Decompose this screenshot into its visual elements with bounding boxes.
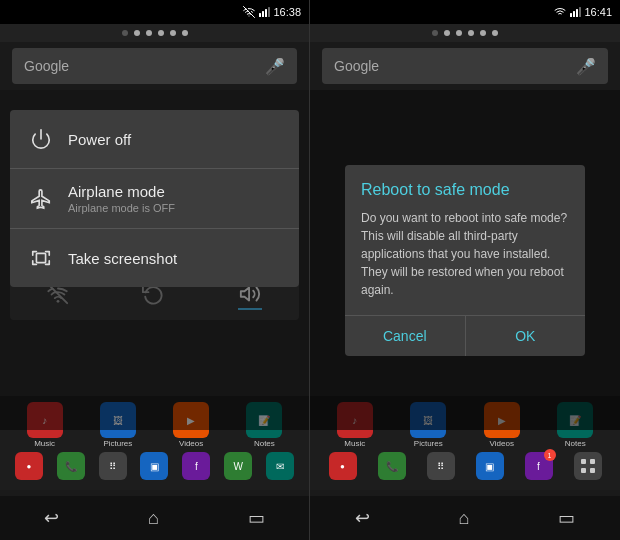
screenshot-item[interactable]: Take screenshot [10,229,299,287]
search-bar-right[interactable]: Google 🎤 [322,48,608,84]
app-row-left-2: ● 📞 ⠿ ▣ f W ✉ [8,452,301,480]
home-button-left[interactable]: ⌂ [148,508,159,529]
r-app-small-3[interactable]: ⠿ [427,452,455,480]
svg-rect-2 [265,9,267,17]
r-dot-3 [456,30,462,36]
notification-dots-right [310,24,620,42]
cancel-button[interactable]: Cancel [345,316,466,356]
app-small-6[interactable]: W [224,452,252,480]
svg-rect-0 [259,13,261,17]
airplane-icon [26,184,56,214]
dialog-box: Reboot to safe mode Do you want to reboo… [345,165,585,356]
dot-3 [146,30,152,36]
svg-rect-1 [262,11,264,17]
svg-rect-9 [570,13,572,17]
r-dot-6 [492,30,498,36]
power-menu: Power off Airplane mode Airplane mode is… [10,110,299,287]
status-icons-left: 16:38 [243,6,301,18]
back-button-right[interactable]: ↩ [355,507,370,529]
mic-icon-left: 🎤 [265,57,285,76]
screenshot-icon [26,243,56,273]
r-app-small-4[interactable]: ▣ [476,452,504,480]
notification-dots-left [0,24,309,42]
r-dot-4 [468,30,474,36]
power-off-item[interactable]: Power off [10,110,299,169]
app-small-3[interactable]: ⠿ [99,452,127,480]
svg-rect-10 [573,11,575,17]
airplane-label: Airplane mode Airplane mode is OFF [68,183,283,214]
dot-2 [134,30,140,36]
svg-rect-12 [579,7,581,17]
dialog-overlay: Reboot to safe mode Do you want to reboo… [310,90,620,430]
status-icons-right: 16:41 [554,6,612,18]
status-bar-right: 16:41 [310,0,620,24]
recents-button-right[interactable]: ▭ [558,507,575,529]
svg-rect-3 [268,7,270,17]
r-app-small-6[interactable] [574,452,602,480]
dot-1 [122,30,128,36]
nav-bar-left: ↩ ⌂ ▭ [0,496,309,540]
airplane-mode-item[interactable]: Airplane mode Airplane mode is OFF [10,169,299,229]
time-left: 16:38 [273,6,301,18]
r-dot-5 [480,30,486,36]
svg-rect-16 [590,468,595,473]
mic-icon-right: 🎤 [576,57,596,76]
status-bar-left: 16:38 [0,0,309,24]
search-bar-left[interactable]: Google 🎤 [12,48,297,84]
dot-4 [158,30,164,36]
r-app-small-1[interactable]: ● [329,452,357,480]
right-screen: 16:41 Google 🎤 Reboot to safe mode Do yo… [310,0,620,540]
svg-rect-11 [576,9,578,17]
app-small-7[interactable]: ✉ [266,452,294,480]
svg-rect-14 [590,459,595,464]
screenshot-label: Take screenshot [68,250,283,267]
r-app-small-2[interactable]: 📞 [378,452,406,480]
wallpaper-left: Power off Airplane mode Airplane mode is… [0,90,309,430]
ok-button[interactable]: OK [466,316,586,356]
r-dot-2 [444,30,450,36]
svg-rect-5 [36,253,45,262]
dot-6 [182,30,188,36]
r-app-small-5[interactable]: f 1 [525,452,553,480]
time-right: 16:41 [584,6,612,18]
wallpaper-right: Reboot to safe mode Do you want to reboo… [310,90,620,430]
app-small-5[interactable]: f [182,452,210,480]
app-small-2[interactable]: 📞 [57,452,85,480]
nav-bar-right: ↩ ⌂ ▭ [310,496,620,540]
app-row-right-2: ● 📞 ⠿ ▣ f 1 [318,452,612,480]
app-small-4[interactable]: ▣ [140,452,168,480]
home-button-right[interactable]: ⌂ [459,508,470,529]
dialog-title: Reboot to safe mode [345,165,585,209]
dot-5 [170,30,176,36]
back-button-left[interactable]: ↩ [44,507,59,529]
search-text-left: Google [24,58,69,74]
svg-rect-15 [581,468,586,473]
power-icon [26,124,56,154]
svg-rect-13 [581,459,586,464]
dialog-buttons: Cancel OK [345,315,585,356]
app-small-1[interactable]: ● [15,452,43,480]
dialog-body: Do you want to reboot into safe mode? Th… [345,209,585,315]
badge-right: 1 [544,449,556,461]
search-text-right: Google [334,58,379,74]
r-dot-1 [432,30,438,36]
left-screen: 16:38 Google 🎤 [0,0,310,540]
recents-button-left[interactable]: ▭ [248,507,265,529]
power-off-label: Power off [68,131,283,148]
